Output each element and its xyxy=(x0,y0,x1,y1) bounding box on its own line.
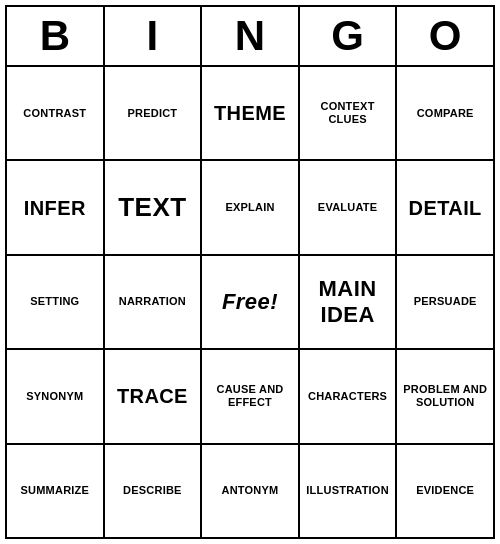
grid-row-4: SUMMARIZEDESCRIBEANTONYMILLUSTRATIONEVID… xyxy=(7,445,493,537)
header-letter-i: I xyxy=(105,7,203,65)
cell-1-0: INFER xyxy=(7,161,105,253)
cell-1-3: EVALUATE xyxy=(300,161,398,253)
cell-1-2: EXPLAIN xyxy=(202,161,300,253)
grid-row-1: INFERTEXTEXPLAINEVALUATEDETAIL xyxy=(7,161,493,255)
cell-1-4: DETAIL xyxy=(397,161,493,253)
header-letter-b: B xyxy=(7,7,105,65)
header-letter-g: G xyxy=(300,7,398,65)
cell-0-3: CONTEXT CLUES xyxy=(300,67,398,159)
cell-4-2: ANTONYM xyxy=(202,445,300,537)
header-letter-n: N xyxy=(202,7,300,65)
cell-2-0: SETTING xyxy=(7,256,105,348)
cell-3-1: TRACE xyxy=(105,350,203,442)
bingo-card: BINGO CONTRASTPREDICTTHEMECONTEXT CLUESC… xyxy=(5,5,495,539)
bingo-grid: CONTRASTPREDICTTHEMECONTEXT CLUESCOMPARE… xyxy=(7,67,493,537)
cell-1-1: TEXT xyxy=(105,161,203,253)
header-letter-o: O xyxy=(397,7,493,65)
cell-4-3: ILLUSTRATION xyxy=(300,445,398,537)
cell-3-3: CHARACTERS xyxy=(300,350,398,442)
grid-row-3: SYNONYMTRACECAUSE AND EFFECTCHARACTERSPR… xyxy=(7,350,493,444)
cell-2-3: MAIN IDEA xyxy=(300,256,398,348)
cell-4-0: SUMMARIZE xyxy=(7,445,105,537)
cell-4-4: EVIDENCE xyxy=(397,445,493,537)
cell-3-2: CAUSE AND EFFECT xyxy=(202,350,300,442)
cell-2-4: PERSUADE xyxy=(397,256,493,348)
cell-0-0: CONTRAST xyxy=(7,67,105,159)
cell-4-1: DESCRIBE xyxy=(105,445,203,537)
cell-0-2: THEME xyxy=(202,67,300,159)
cell-3-0: SYNONYM xyxy=(7,350,105,442)
cell-2-2: Free! xyxy=(202,256,300,348)
bingo-header: BINGO xyxy=(7,7,493,67)
cell-0-4: COMPARE xyxy=(397,67,493,159)
cell-0-1: PREDICT xyxy=(105,67,203,159)
cell-2-1: NARRATION xyxy=(105,256,203,348)
cell-3-4: PROBLEM AND SOLUTION xyxy=(397,350,493,442)
grid-row-2: SETTINGNARRATIONFree!MAIN IDEAPERSUADE xyxy=(7,256,493,350)
grid-row-0: CONTRASTPREDICTTHEMECONTEXT CLUESCOMPARE xyxy=(7,67,493,161)
